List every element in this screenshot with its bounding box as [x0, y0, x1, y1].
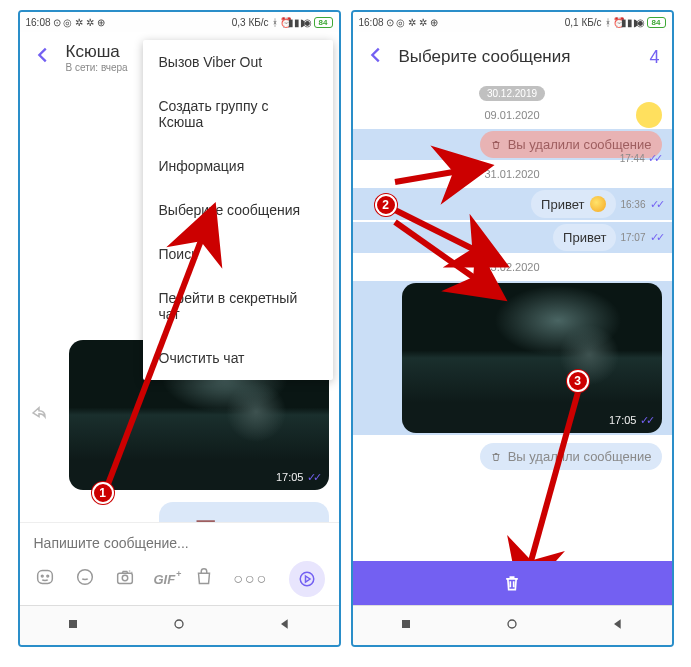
share-icon[interactable] [30, 404, 48, 426]
smile-emoji-icon [590, 196, 606, 212]
deleted-text: Вы удалили сообщение [508, 449, 652, 464]
status-bar: 16:08 ⊙ ◎ ✲ ✲ ⊕ 0,3 КБ/с ᚼ ⏰ ▮▮◗ ◉ 84 [20, 12, 339, 32]
signal-icon: ▮▮◗ [625, 17, 635, 27]
svg-point-6 [122, 575, 128, 581]
message-time: 16:36 [620, 199, 645, 210]
date-separator: 31.01.2020 [353, 168, 672, 180]
app-icon: ⊙ [52, 17, 62, 27]
nav-recent[interactable] [398, 616, 414, 636]
message-text: Привет [563, 230, 606, 245]
battery-icon: 84 [647, 17, 666, 28]
status-time: 16:08 [359, 17, 384, 28]
nav-recent[interactable] [65, 616, 81, 636]
wifi-icon: ◉ [303, 17, 313, 27]
menu-viber-out[interactable]: Вызов Viber Out [143, 40, 333, 84]
message-row-selected[interactable]: Привет 17:07 ✓✓ [353, 222, 672, 253]
svg-marker-8 [305, 576, 310, 582]
svg-point-2 [41, 575, 43, 577]
more-icon[interactable]: ○○○ [233, 570, 268, 588]
svg-rect-15 [402, 620, 410, 628]
selection-header: Выберите сообщения 4 [353, 32, 672, 82]
wifi-icon: ◉ [636, 17, 646, 27]
svg-point-3 [46, 575, 48, 577]
app-icon: ✲ [74, 17, 84, 27]
contact-avatar [636, 102, 662, 128]
android-nav [353, 605, 672, 645]
selection-count: 4 [649, 47, 659, 68]
marker-2: 2 [375, 194, 397, 216]
selection-title: Выберите сообщения [399, 47, 571, 67]
shop-icon[interactable] [193, 566, 215, 592]
deleted-message: Вы удалили сообщение [480, 443, 662, 470]
nav-back[interactable] [277, 616, 293, 636]
bluetooth-icon: ᚼ [603, 17, 613, 27]
send-button[interactable] [289, 561, 325, 597]
emoji-icon[interactable] [74, 566, 96, 592]
chat-body: 17:44 ✓✓ 30.12.2019 09.01.2020 Вы удалил… [353, 82, 672, 561]
date-separator: 09.01.2020 [353, 109, 672, 121]
marker-3: 3 [567, 370, 589, 392]
deleted-text: Вы удалили сообщение [508, 137, 652, 152]
message-text: Привет [541, 197, 584, 212]
svg-point-4 [77, 570, 92, 585]
app-icon: ✲ [85, 17, 95, 27]
app-icon: ◎ [396, 17, 406, 27]
prev-msg-time: 17:44 ✓✓ [620, 152, 660, 165]
message-row-selected[interactable]: 17:05 ✓✓ [353, 281, 672, 435]
message-bubble: Привет [553, 224, 616, 251]
svg-rect-9 [69, 620, 77, 628]
status-data: 0,1 КБ/с [565, 17, 602, 28]
battery-icon: 84 [314, 17, 333, 28]
message-time: 17:05 ✓✓ [609, 414, 652, 427]
composer: GIF+ ○○○ [20, 522, 339, 605]
menu-clear-chat[interactable]: Очистить чат [143, 336, 333, 380]
app-icon: ⊕ [96, 17, 106, 27]
read-checks-icon: ✓✓ [650, 231, 662, 244]
message-input[interactable] [34, 531, 325, 555]
message-row-selected[interactable]: Привет 16:36 ✓✓ [353, 188, 672, 220]
contact-name: Ксюша [66, 42, 128, 62]
camera-icon[interactable] [114, 566, 136, 592]
message-time: 17:05 ✓✓ [276, 471, 319, 484]
back-button[interactable] [365, 44, 387, 70]
nav-home[interactable] [171, 616, 187, 636]
bluetooth-icon: ᚼ [270, 17, 280, 27]
header-title-stack[interactable]: Ксюша В сети: вчера [66, 42, 128, 73]
app-icon: ⊙ [385, 17, 395, 27]
phone-left: 16:08 ⊙ ◎ ✲ ✲ ⊕ 0,3 КБ/с ᚼ ⏰ ▮▮◗ ◉ 84 Кс… [18, 10, 341, 647]
svg-rect-1 [37, 571, 52, 584]
delete-bar[interactable] [353, 561, 672, 605]
menu-create-group[interactable]: Создать группу с Ксюша [143, 84, 333, 144]
menu-search[interactable]: Поиск [143, 232, 333, 276]
date-separator: 03.02.2020 [353, 261, 672, 273]
svg-point-10 [175, 620, 183, 628]
app-icon: ✲ [418, 17, 428, 27]
phone-right: 16:08 ⊙ ◎ ✲ ✲ ⊕ 0,1 КБ/с ᚼ ⏰ ▮▮◗ ◉ 84 Вы… [351, 10, 674, 647]
last-seen: В сети: вчера [66, 62, 128, 73]
nav-home[interactable] [504, 616, 520, 636]
svg-point-16 [508, 620, 516, 628]
app-icon: ✲ [407, 17, 417, 27]
back-button[interactable] [32, 44, 54, 70]
trash-icon [502, 572, 522, 594]
gif-icon[interactable]: GIF+ [154, 572, 176, 587]
message-bubble: Привет [531, 190, 616, 218]
signal-icon: ▮▮◗ [292, 17, 302, 27]
status-time: 16:08 [26, 17, 51, 28]
status-data: 0,3 КБ/с [232, 17, 269, 28]
menu-info[interactable]: Информация [143, 144, 333, 188]
date-pill: 30.12.2019 [479, 86, 545, 101]
options-menu: Вызов Viber Out Создать группу с Ксюша И… [143, 40, 333, 380]
marker-1: 1 [92, 482, 114, 504]
menu-secret-chat[interactable]: Перейти в секретный чат [143, 276, 333, 336]
status-bar: 16:08 ⊙ ◎ ✲ ✲ ⊕ 0,1 КБ/с ᚼ ⏰ ▮▮◗ ◉ 84 [353, 12, 672, 32]
image-message[interactable]: 17:05 ✓✓ [402, 283, 662, 433]
app-icon: ⊕ [429, 17, 439, 27]
message-time: 17:07 [620, 232, 645, 243]
sticker-icon[interactable] [34, 566, 56, 592]
nav-back[interactable] [610, 616, 626, 636]
read-checks-icon: ✓✓ [650, 198, 662, 211]
menu-select-messages[interactable]: Выберите сообщения [143, 188, 333, 232]
svg-point-7 [300, 572, 314, 586]
android-nav [20, 605, 339, 645]
